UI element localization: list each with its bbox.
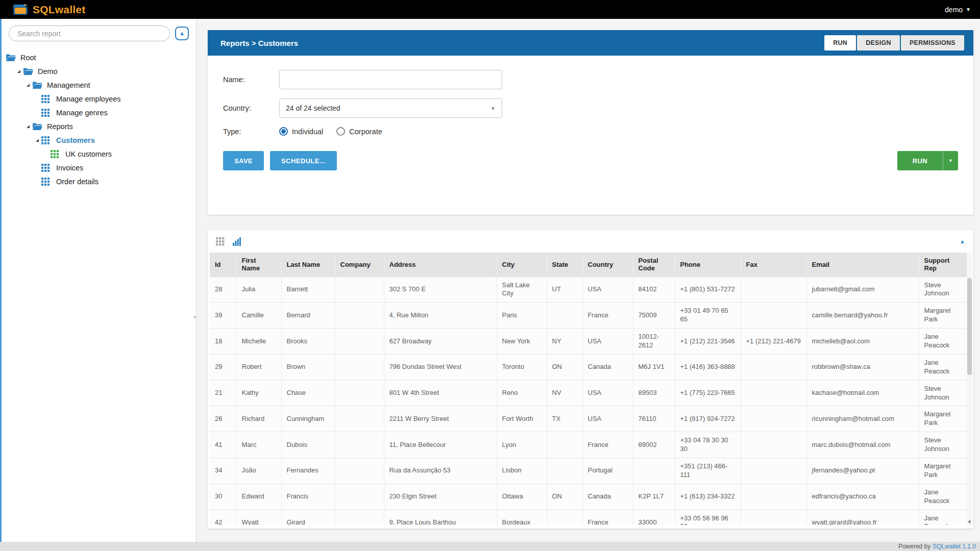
results-panel: ▲ IdFirst NameLast NameCompanyAddressCit… [208, 230, 973, 529]
table-cell: 2211 W Berry Street [384, 406, 497, 432]
table-cell: Jane Peacock [919, 329, 968, 355]
sidebar-collapse-handle[interactable]: ◄ [192, 306, 197, 328]
table-cell [633, 458, 675, 484]
table-cell: Marc [236, 432, 281, 458]
table-cell: Jane Peacock [919, 354, 968, 380]
table-cell: robbrown@shaw.ca [806, 354, 919, 380]
tree-item-uk-customers[interactable]: UK customers [2, 147, 196, 161]
report-tree: RootDemoManagementManage employeesManage… [2, 46, 196, 188]
table-cell [335, 380, 384, 406]
table-cell [335, 406, 384, 432]
table-cell: 84102 [633, 277, 675, 303]
table-cell: Michelle [236, 329, 281, 355]
tree-item-manage-employees[interactable]: Manage employees [2, 92, 196, 106]
scrollbar-down-arrow[interactable]: ▼ [967, 519, 972, 524]
table-cell: Rua da Assunção 53 [384, 458, 497, 484]
column-header-country[interactable]: Country [582, 253, 633, 277]
tree-item-demo[interactable]: Demo [2, 64, 196, 78]
user-menu[interactable]: demo ▼ [945, 6, 971, 14]
save-button[interactable]: SAVE [223, 151, 264, 170]
table-cell [547, 458, 582, 484]
column-header-fax[interactable]: Fax [741, 253, 806, 277]
tree-expand-icon[interactable] [15, 70, 23, 73]
collapse-tree-button[interactable]: ▲ [175, 27, 189, 40]
tree-expand-icon[interactable] [24, 84, 32, 87]
table-cell [741, 432, 806, 458]
scrollbar-thumb[interactable] [967, 278, 972, 375]
table-cell: Lyon [497, 432, 547, 458]
table-cell: Toronto [497, 354, 547, 380]
run-options-caret[interactable]: ▼ [943, 151, 958, 170]
table-cell [741, 458, 806, 484]
tree-item-customers[interactable]: Customers [2, 133, 196, 147]
table-cell: marc.dubois@hotmail.com [806, 432, 919, 458]
tab-design[interactable]: DESIGN [857, 35, 900, 51]
table-cell: 30 [210, 484, 236, 510]
table-cell: Fernandes [281, 458, 335, 484]
radio-label: Corporate [349, 128, 382, 136]
tree-expand-icon[interactable] [24, 125, 32, 128]
name-input[interactable] [279, 70, 502, 89]
collapse-results-icon[interactable]: ▲ [960, 238, 965, 244]
table-cell: 28 [210, 277, 236, 303]
column-header-first-name[interactable]: First Name [236, 253, 281, 277]
footer-version-link[interactable]: SQLwallet 1.1.0 [933, 543, 976, 550]
column-header-id[interactable]: Id [210, 253, 236, 277]
column-header-email[interactable]: Email [806, 253, 919, 277]
vertical-scrollbar[interactable]: ▼ [967, 253, 972, 525]
table-cell: 302 S 700 E [384, 277, 497, 303]
table-cell: 75009 [633, 303, 675, 329]
tab-permissions[interactable]: PERMISSIONS [901, 35, 964, 51]
column-header-state[interactable]: State [547, 253, 582, 277]
radio-corporate[interactable]: Corporate [336, 127, 382, 136]
table-cell: France [582, 432, 633, 458]
tree-item-manage-genres[interactable]: Manage genres [2, 106, 196, 119]
tab-run[interactable]: RUN [824, 35, 856, 51]
table-header-row: IdFirst NameLast NameCompanyAddressCityS… [210, 253, 968, 277]
table-row: 29RobertBrown796 Dundas Street WestToron… [210, 354, 968, 380]
table-cell [335, 303, 384, 329]
table-cell: France [582, 510, 633, 525]
table-cell: UT [547, 277, 582, 303]
column-header-last-name[interactable]: Last Name [281, 253, 335, 277]
footer: Powered by SQLwallet 1.1.0 [0, 542, 980, 551]
table-cell: New York [497, 329, 547, 355]
report-grid-icon [41, 177, 52, 186]
table-row: 26RichardCunningham2211 W Berry StreetFo… [210, 406, 968, 432]
table-view-button[interactable] [216, 237, 225, 246]
tree-item-management[interactable]: Management [2, 78, 196, 92]
table-cell: 627 Broadway [384, 329, 497, 355]
table-cell: ON [547, 484, 582, 510]
tree-item-order-details[interactable]: Order details [2, 174, 196, 188]
tree-item-invoices[interactable]: Invoices [2, 161, 196, 174]
folder-icon [32, 122, 42, 131]
table-cell: K2P 1L7 [633, 484, 675, 510]
table-cell [335, 354, 384, 380]
table-cell: +1 (212) 221-4679 [741, 329, 806, 355]
table-cell [547, 432, 582, 458]
table-cell: Wyatt [236, 510, 281, 525]
column-header-phone[interactable]: Phone [675, 253, 741, 277]
chart-view-button[interactable] [233, 237, 241, 246]
column-header-address[interactable]: Address [384, 253, 497, 277]
table-cell: jubarnett@gmail.com [806, 277, 919, 303]
column-header-company[interactable]: Company [335, 253, 384, 277]
tree-expand-icon[interactable] [33, 139, 41, 142]
run-button[interactable]: RUN [897, 151, 943, 170]
schedule-button[interactable]: SCHEDULE... [270, 151, 337, 170]
tree-item-reports[interactable]: Reports [2, 119, 196, 133]
column-header-support-rep[interactable]: Support Rep [919, 253, 968, 277]
country-select[interactable]: 24 of 24 selected ▼ [279, 98, 502, 118]
search-input[interactable] [9, 26, 170, 41]
table-cell: Ottawa [497, 484, 547, 510]
table-cell: ON [547, 354, 582, 380]
column-header-city[interactable]: City [497, 253, 547, 277]
folder-icon [23, 67, 33, 76]
tree-item-root[interactable]: Root [2, 51, 196, 64]
table-cell: Reno [497, 380, 547, 406]
table-cell: 34 [210, 458, 236, 484]
table-cell: +1 (817) 924-7272 [675, 406, 741, 432]
column-header-postal-code[interactable]: Postal Code [633, 253, 675, 277]
table-cell: USA [582, 406, 633, 432]
radio-individual[interactable]: Individual [279, 127, 323, 136]
